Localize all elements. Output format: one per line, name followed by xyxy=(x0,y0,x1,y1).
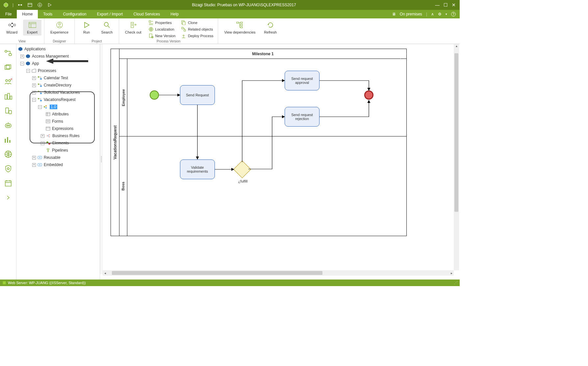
expander-icon[interactable]: + xyxy=(32,163,36,167)
dependencies-icon xyxy=(236,21,244,29)
expander-icon[interactable]: + xyxy=(32,156,36,159)
lane-header-boss[interactable]: Boss xyxy=(119,136,127,236)
rail-calendar-icon[interactable] xyxy=(3,178,13,188)
expander-icon[interactable]: + xyxy=(32,76,36,80)
left-rail: ✕ xyxy=(0,44,16,280)
clone-button[interactable]: Clone xyxy=(179,20,215,26)
diagram-canvas[interactable]: VacationsRequest Milestone 1 Employee Se… xyxy=(107,49,454,270)
svg-text:✕: ✕ xyxy=(10,78,12,81)
tree-app[interactable]: − App xyxy=(16,60,100,67)
expander-icon[interactable]: + xyxy=(32,91,36,94)
tree-reusable[interactable]: + Reusable xyxy=(16,154,100,161)
expander-icon[interactable]: + xyxy=(20,55,24,58)
pool-header[interactable]: VacationsRequest xyxy=(111,49,119,236)
settings-gear-icon[interactable]: ⚙ xyxy=(438,12,442,16)
milestone-header[interactable]: Milestone 1 xyxy=(119,49,406,59)
wizard-button[interactable]: Wizard xyxy=(3,20,21,36)
rail-more-icon[interactable] xyxy=(3,193,13,203)
menu-home[interactable]: Home xyxy=(17,10,38,18)
qat-play-icon[interactable] xyxy=(46,2,53,8)
splitter[interactable] xyxy=(100,44,103,274)
menu-file[interactable]: File xyxy=(0,10,17,18)
rail-mobile-icon[interactable] xyxy=(3,106,13,116)
tree-solicitud-vacaciones[interactable]: + Solicitud Vacaciones xyxy=(16,89,100,96)
collapse-ribbon-icon[interactable]: ∧ xyxy=(431,12,434,16)
menu-tools[interactable]: Tools xyxy=(38,10,58,18)
resize-grip[interactable]: ⋰ xyxy=(454,281,457,285)
expander-icon[interactable]: − xyxy=(26,69,30,73)
experience-button[interactable]: Experience xyxy=(47,20,72,36)
help-icon[interactable]: ? xyxy=(451,12,456,16)
status-bar: Web Server: WP-JUANG ((IISServer, Standa… xyxy=(0,280,460,286)
rail-forms-icon[interactable] xyxy=(3,62,13,72)
expander-icon[interactable]: − xyxy=(32,98,36,102)
tree-elements[interactable]: + Elements xyxy=(16,139,100,147)
expander-icon[interactable]: + xyxy=(41,141,44,145)
horizontal-scrollbar[interactable]: ◂▸ xyxy=(103,270,454,276)
tree-vacations-request[interactable]: − VacationsRequest xyxy=(16,96,100,103)
search-button[interactable]: Search xyxy=(98,20,116,36)
bpmn-pool[interactable]: VacationsRequest Milestone 1 Employee Se… xyxy=(111,49,407,236)
view-dependencies-button[interactable]: View dependencies xyxy=(221,20,259,36)
svg-marker-46 xyxy=(26,61,30,65)
tree-business-rules[interactable]: + Business Rules xyxy=(16,132,100,139)
lane-header-employee[interactable]: Employee xyxy=(119,59,127,136)
rail-globe-icon[interactable] xyxy=(3,149,13,159)
properties-button[interactable]: Properties xyxy=(147,20,178,26)
checkout-button[interactable]: Check out xyxy=(122,20,145,36)
qat-download-icon[interactable] xyxy=(37,2,43,8)
run-button[interactable]: Run xyxy=(77,20,96,36)
svg-rect-24 xyxy=(241,24,243,26)
expert-button[interactable]: Expert xyxy=(23,20,41,36)
hex-icon xyxy=(18,46,23,52)
rail-security-icon[interactable] xyxy=(3,164,13,174)
new-version-button[interactable]: New Version xyxy=(147,33,178,39)
menu-help[interactable]: Help xyxy=(165,10,184,18)
qat-wizard-icon[interactable] xyxy=(17,2,23,8)
maximize-button[interactable]: ☐ xyxy=(444,2,448,8)
tree-expressions[interactable]: Expressions xyxy=(16,125,100,132)
window-title: Bizagi Studio: Pruebas on WP-JUANG\SQLEX… xyxy=(53,3,435,7)
expander-icon[interactable]: + xyxy=(41,134,44,138)
rail-org-icon[interactable] xyxy=(3,91,13,101)
expander-icon[interactable]: − xyxy=(20,62,24,65)
deploy-process-button[interactable]: Deploy Process xyxy=(179,33,215,39)
svg-point-51 xyxy=(38,91,39,92)
rail-analytics-icon[interactable] xyxy=(3,135,13,145)
tree-pipelines[interactable]: Pipelines xyxy=(16,147,100,154)
on-premises-icon[interactable]: 🖥 xyxy=(392,12,396,16)
menu-configuration[interactable]: Configuration xyxy=(58,10,91,18)
tree-calendar-test[interactable]: + Calendar Test xyxy=(16,74,100,82)
menu-cloud-services[interactable]: Cloud Services xyxy=(128,10,165,18)
qat-window-icon[interactable] xyxy=(27,2,33,8)
tree-forms[interactable]: Forms xyxy=(16,118,100,125)
localization-button[interactable]: Localization xyxy=(147,26,178,32)
app-icon[interactable] xyxy=(3,2,9,8)
svg-point-11 xyxy=(59,23,61,25)
tree-access-management[interactable]: + Access Management xyxy=(16,53,100,60)
tree-attributes[interactable]: Attributes xyxy=(16,110,100,118)
ribbon-designer-label: Designer xyxy=(47,39,72,43)
rail-users-icon[interactable]: ✕ xyxy=(3,77,13,87)
minimize-button[interactable]: — xyxy=(435,2,440,8)
svg-point-57 xyxy=(45,107,47,109)
on-premises-label[interactable]: On premises xyxy=(400,12,422,16)
tree-version-1-0[interactable]: − 1.0 xyxy=(16,103,100,110)
tree-embedded[interactable]: + Embedded xyxy=(16,161,100,168)
vertical-scrollbar[interactable]: ▴ xyxy=(454,44,459,270)
expressions-icon xyxy=(45,126,51,131)
rail-process-icon[interactable] xyxy=(3,48,13,58)
menu-export-import[interactable]: Export / Import xyxy=(92,10,128,18)
tree-applications[interactable]: Applications xyxy=(16,45,100,53)
related-objects-button[interactable]: Related objects xyxy=(179,26,215,32)
expander-icon[interactable]: − xyxy=(38,105,42,109)
tree-processes[interactable]: − Processes xyxy=(16,67,100,74)
close-button[interactable]: ✕ xyxy=(452,2,456,8)
checkout-icon xyxy=(129,21,137,29)
expander-icon[interactable]: + xyxy=(32,84,36,87)
tree-create-directory[interactable]: + CreateDirectory xyxy=(16,82,100,89)
rail-bot-icon[interactable] xyxy=(3,120,13,130)
run-icon xyxy=(83,21,90,29)
refresh-button[interactable]: Refresh xyxy=(261,20,280,36)
settings-dropdown-icon[interactable]: ▾ xyxy=(446,12,447,16)
